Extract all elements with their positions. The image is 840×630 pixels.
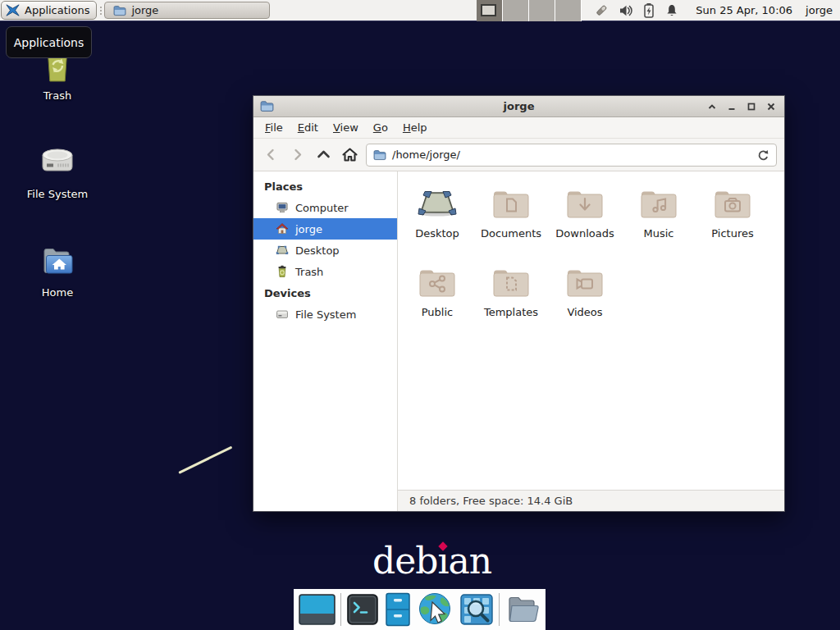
workspace-switcher [477,0,582,21]
music-folder-icon [639,187,678,220]
menu-edit[interactable]: Edit [291,119,325,136]
close-button[interactable] [765,100,778,113]
file-grid: Desktop Documents [398,171,784,490]
sidebar-header-devices: Devices [253,282,397,304]
statusbar-text: 8 folders, Free space: 14.4 GiB [409,495,573,507]
maximize-button[interactable] [745,100,758,113]
sidebar-item-file-system[interactable]: File System [253,304,397,325]
sidebar-item-label: jorge [295,223,322,235]
cursor-artifact-line [178,446,232,474]
back-button[interactable] [261,145,281,165]
desktop-icon-label: Home [42,286,73,299]
sidebar-item-label: Trash [295,266,323,278]
sidebar-item-jorge[interactable]: jorge [253,218,397,240]
statusbar: 8 folders, Free space: 14.4 GiB [398,490,784,511]
menu-help[interactable]: Help [396,119,434,136]
sidebar-header-places: Places [253,176,397,197]
main-pane: Desktop Documents [398,171,784,511]
terminal-icon[interactable] [346,593,379,626]
titlebar[interactable]: jorge [253,96,784,117]
debian-logo: debıan [372,540,491,582]
menu-go[interactable]: Go [367,119,395,136]
folder-label: Public [422,306,453,318]
sidebar: Places Computer [253,171,398,511]
workspace-2[interactable] [503,0,529,21]
desktop-mini-icon [276,244,289,257]
folder-label: Pictures [711,227,753,240]
file-cabinet-icon[interactable] [384,592,412,627]
file-manager-window: jorge File Edit View Go Help [253,95,785,512]
window-folder-icon [260,100,274,112]
sidebar-item-computer[interactable]: Computer [253,197,397,218]
folder-templates[interactable]: Templates [474,261,548,340]
window-title: jorge [253,100,784,112]
panel-spacer [270,0,477,21]
applications-menu-button[interactable]: Applications [1,1,97,20]
file-manager-folder-icon[interactable] [504,593,541,626]
dock-separator [340,593,341,626]
up-button[interactable] [313,145,333,165]
web-browser-globe-icon[interactable] [417,591,454,628]
path-input[interactable]: /home/jorge/ [392,148,751,161]
folder-documents[interactable]: Documents [474,182,548,261]
folder-icon [113,5,126,16]
sidebar-item-trash[interactable]: Trash [253,261,397,282]
taskbar-grip[interactable] [97,0,104,21]
panel-clock[interactable]: Sun 25 Apr, 10:06 [687,0,801,21]
show-desktop-icon[interactable] [299,593,336,626]
workspace-window-preview [481,4,496,16]
folder-pictures[interactable]: Pictures [696,182,769,261]
sidebar-item-label: File System [295,308,356,321]
reload-icon[interactable] [756,148,769,162]
desktop-icon-label: File System [27,188,88,200]
workspace-3[interactable] [529,0,555,21]
templates-folder-icon [491,266,531,299]
folder-label: Downloads [555,227,614,240]
home-button[interactable] [340,145,359,165]
desktop-icon-file-system[interactable]: File System [7,143,108,200]
folder-label: Desktop [415,227,459,240]
input-device-icon[interactable] [593,2,609,19]
menu-view[interactable]: View [326,119,365,136]
minimize-button[interactable] [725,100,738,113]
sidebar-item-desktop[interactable]: Desktop [253,240,397,261]
dock-separator [499,593,500,626]
folder-label: Templates [484,306,538,318]
taskbar-window-button[interactable]: jorge [104,2,270,19]
folder-public[interactable]: Public [400,261,474,340]
folder-label: Videos [567,306,602,318]
downloads-folder-icon [565,187,605,220]
shade-button[interactable] [705,100,719,113]
location-bar[interactable]: /home/jorge/ [366,144,777,167]
folder-label: Music [644,227,674,240]
workspace-4[interactable] [555,0,582,21]
menubar: File Edit View Go Help [253,117,784,139]
desktop-icon-label: Trash [43,89,71,102]
applications-menu-label: Applications [25,4,89,16]
menu-file[interactable]: File [258,119,290,136]
folder-music[interactable]: Music [622,182,696,261]
panel-username[interactable]: jorge [801,0,840,21]
folder-downloads[interactable]: Downloads [548,182,622,261]
workspace-1[interactable] [477,0,503,21]
window-controls [705,100,778,113]
dock-panel [294,589,546,630]
desktop-icon-home[interactable]: Home [7,241,108,299]
folder-videos[interactable]: Videos [548,261,622,340]
documents-folder-icon [491,187,531,220]
path-folder-icon [373,149,386,161]
top-panel: Applications jorge [0,0,840,21]
folder-label: Documents [481,227,541,240]
taskbar-window-label: jorge [131,4,158,16]
volume-icon[interactable] [619,3,633,18]
xfce-applications-icon [5,2,21,18]
home-icon [276,222,289,235]
forward-button[interactable] [287,145,307,165]
computer-icon [276,201,289,214]
folder-desktop[interactable]: Desktop [400,182,474,261]
home-folder-icon [38,241,77,281]
drive-mini-icon [276,308,289,321]
application-finder-icon[interactable] [459,593,494,626]
battery-charging-icon[interactable] [642,2,655,19]
notifications-bell-icon[interactable] [664,3,679,18]
